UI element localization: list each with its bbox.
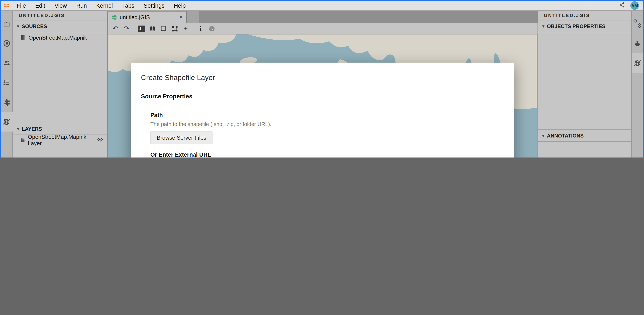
menu-help[interactable]: Help (169, 2, 190, 9)
jgis-globe-icon[interactable] (632, 53, 643, 73)
debugger-bug-icon[interactable] (632, 34, 643, 53)
console-terminal-icon[interactable]: $_ (136, 24, 146, 33)
menu-tabs[interactable]: Tabs (118, 2, 139, 9)
right-sidebar-panel: UNTITLED.JGIS ▾ OBJECTS PROPERTIES ▾ ANN… (538, 11, 631, 157)
external-url-label: Or Enter External URL (150, 152, 497, 157)
dialog-form: Path The path to the shapefile (.shp, .z… (141, 106, 504, 157)
clock-icon[interactable] (206, 24, 217, 33)
menubar: File Edit View Run Kernel Tabs Settings … (1, 1, 643, 11)
basemap-book-icon[interactable] (147, 24, 158, 33)
tab-untitled-jgis[interactable]: untitled.jGIS ✕ (108, 11, 186, 23)
raster-grid-icon[interactable] (158, 24, 169, 33)
user-avatar[interactable]: AM (630, 1, 639, 10)
redo-icon[interactable]: ↷ (122, 24, 132, 33)
dialog-section-header: Source Properties (141, 93, 504, 100)
jgis-file-icon (111, 14, 117, 20)
menu-run[interactable]: Run (72, 2, 92, 9)
toc-icon[interactable] (1, 73, 12, 92)
right-panel-title: UNTITLED.JGIS (538, 11, 631, 20)
layer-item[interactable]: OpenStreetMap.Mapnik Layer (13, 135, 107, 145)
raster-grid-icon (20, 137, 25, 143)
right-activity-bar: ⚙⚙ (631, 11, 643, 157)
chevron-down-icon: ▾ (17, 126, 19, 131)
dialog-title: Create Shapefile Layer (141, 74, 504, 82)
users-icon[interactable] (1, 53, 12, 73)
menu-edit[interactable]: Edit (31, 2, 50, 9)
jupyter-logo-icon (1, 2, 12, 9)
undo-icon[interactable]: ↶ (110, 24, 120, 33)
left-panel-title: UNTITLED.JGIS (13, 11, 107, 20)
tab-bar: untitled.jGIS ✕ + (108, 11, 538, 23)
menu-kernel[interactable]: Kernel (92, 2, 118, 9)
raster-grid-icon (20, 35, 26, 40)
property-inspector-gears-icon[interactable]: ⚙⚙ (632, 14, 643, 34)
add-icon[interactable]: + (180, 24, 191, 33)
jupyterlab-window: File Edit View Run Kernel Tabs Settings … (0, 0, 644, 157)
chevron-down-icon: ▾ (542, 133, 544, 138)
map-canvas[interactable]: 5000 km Create Shapefile Layer Source Pr… (108, 34, 538, 157)
source-item[interactable]: OpenStreetMap.Mapnik (13, 32, 107, 42)
annotations-header[interactable]: ▾ ANNOTATIONS (538, 130, 631, 142)
files-icon[interactable] (1, 14, 12, 34)
vector-square-icon[interactable] (170, 24, 180, 33)
new-tab-button[interactable]: + (187, 11, 199, 23)
info-icon[interactable]: i (196, 24, 206, 33)
main-dock: untitled.jGIS ✕ + ↶ ↷ $_ + (108, 11, 538, 157)
annotations-body (538, 142, 631, 157)
menu-file[interactable]: File (12, 2, 31, 9)
sources-section-header[interactable]: ▾ SOURCES (13, 20, 107, 32)
path-label: Path (150, 112, 497, 118)
extensions-icon[interactable] (1, 92, 12, 112)
objects-properties-body (538, 32, 631, 130)
jgis-globe-icon[interactable] (1, 112, 12, 132)
gis-toolbar: ↶ ↷ $_ + i (108, 23, 538, 34)
running-icon[interactable] (1, 34, 12, 53)
eye-icon[interactable] (97, 136, 103, 144)
browse-server-files-button[interactable]: Browse Server Files (150, 131, 213, 144)
menu-settings[interactable]: Settings (139, 2, 169, 9)
left-sidebar-panel: UNTITLED.JGIS ▾ SOURCES OpenStreetMap.Ma… (13, 11, 108, 157)
tab-close-icon[interactable]: ✕ (179, 14, 183, 20)
menu-view[interactable]: View (50, 2, 72, 9)
path-caption: The path to the shapefile (.shp, .zip, o… (150, 121, 497, 127)
app-shell: UNTITLED.JGIS ▾ SOURCES OpenStreetMap.Ma… (1, 11, 643, 157)
layers-list: OpenStreetMap.Mapnik Layer (13, 135, 107, 157)
share-icon[interactable] (619, 2, 625, 9)
objects-properties-header[interactable]: ▾ OBJECTS PROPERTIES (538, 20, 631, 32)
left-activity-bar (1, 11, 13, 157)
layers-section-header[interactable]: ▾ LAYERS (13, 123, 107, 135)
sources-list: OpenStreetMap.Mapnik (13, 32, 107, 123)
chevron-down-icon: ▾ (17, 24, 19, 28)
create-shapefile-layer-dialog: Create Shapefile Layer Source Properties… (131, 62, 514, 157)
chevron-down-icon: ▾ (542, 24, 544, 28)
